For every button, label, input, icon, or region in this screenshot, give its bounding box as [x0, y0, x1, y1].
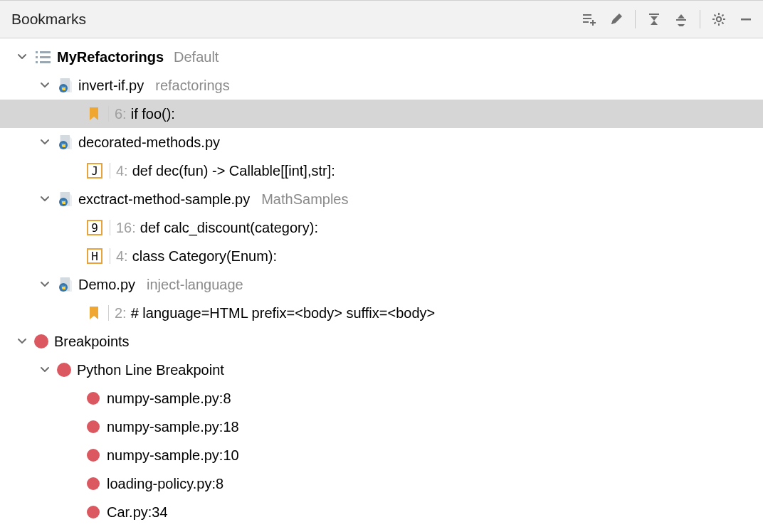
breakpoint-location: Car.py:34: [107, 504, 168, 521]
code-snippet: # language=HTML prefix=<body> suffix=<bo…: [131, 305, 436, 321]
svg-rect-12: [590, 22, 596, 23]
breakpoints-group[interactable]: Breakpoints: [0, 327, 763, 356]
breakpoint-icon: [87, 449, 100, 462]
python-file-icon: [57, 276, 74, 293]
breakpoint-type-group[interactable]: Python Line Breakpoint: [0, 356, 763, 384]
panel-title: Bookmarks: [11, 11, 86, 28]
python-file-icon: [57, 191, 74, 208]
separator: [110, 163, 110, 179]
toolbar: [577, 6, 759, 32]
group-note: Default: [174, 49, 219, 65]
bookmark-flag-icon: [87, 105, 101, 122]
expand-all-button[interactable]: [641, 6, 667, 32]
svg-line-20: [715, 15, 716, 16]
line-number: 2:: [115, 305, 127, 321]
minimize-button[interactable]: [733, 6, 759, 32]
breakpoint-icon: [87, 420, 100, 433]
separator: [110, 248, 110, 264]
svg-line-23: [722, 15, 723, 16]
svg-rect-8: [583, 14, 591, 16]
code-snippet: def calc_discount(category):: [140, 220, 318, 236]
breakpoint-location: numpy-sample.py:10: [107, 447, 239, 464]
breakpoint-item[interactable]: numpy-sample.py:8: [0, 384, 763, 413]
line-number: 16:: [116, 220, 136, 236]
line-number: 4:: [116, 163, 128, 179]
add-list-button[interactable]: [577, 6, 602, 32]
breakpoint-item[interactable]: loading-policy.py:8: [0, 469, 763, 498]
breakpoint-icon: [57, 363, 71, 377]
svg-line-21: [722, 22, 723, 23]
bookmark-item[interactable]: 6: if foo():: [0, 100, 763, 128]
line-number: 4:: [116, 248, 128, 265]
breakpoint-icon: [87, 506, 100, 518]
svg-rect-24: [741, 18, 751, 21]
titlebar: Bookmarks: [0, 0, 763, 38]
chevron-down-icon[interactable]: [37, 134, 53, 150]
file-name: invert-if.py: [78, 78, 144, 94]
mnemonic-icon: J: [87, 163, 102, 179]
breakpoint-location: numpy-sample.py:8: [107, 390, 231, 407]
breakpoint-item[interactable]: Car.py:34: [0, 498, 763, 526]
bookmark-flag-icon: [87, 304, 101, 321]
settings-button[interactable]: [706, 6, 732, 32]
chevron-down-icon[interactable]: [37, 191, 53, 207]
separator: [110, 220, 110, 235]
breakpoint-type-label: Python Line Breakpoint: [77, 362, 224, 378]
breakpoint-icon: [87, 477, 100, 490]
bookmark-file[interactable]: exctract-method-sample.py MathSamples: [0, 185, 763, 213]
python-file-icon: [57, 134, 74, 151]
breakpoint-item[interactable]: numpy-sample.py:10: [0, 441, 763, 469]
toolbar-separator: [700, 10, 700, 28]
svg-rect-9: [583, 18, 591, 19]
breakpoint-icon: [87, 392, 100, 405]
chevron-down-icon[interactable]: [37, 277, 53, 292]
chevron-down-icon[interactable]: [14, 334, 30, 349]
collapse-all-button[interactable]: [668, 6, 694, 32]
line-number: 6:: [115, 106, 127, 122]
svg-point-15: [717, 17, 721, 21]
file-name: exctract-method-sample.py: [78, 191, 250, 208]
breakpoint-location: numpy-sample.py:18: [107, 419, 239, 435]
svg-rect-14: [676, 19, 686, 21]
code-snippet: if foo():: [131, 106, 175, 122]
toolbar-separator: [635, 10, 636, 28]
file-name: decorated-methods.py: [78, 134, 220, 151]
bookmark-file[interactable]: invert-if.py refactorings: [0, 71, 763, 100]
breakpoint-location: loading-policy.py:8: [107, 476, 223, 492]
bookmark-item[interactable]: H 4: class Category(Enum):: [0, 242, 763, 270]
file-note: MathSamples: [261, 191, 348, 208]
bookmark-group-root[interactable]: MyRefactorings Default: [0, 43, 763, 71]
bookmark-item[interactable]: J 4: def dec(fun) -> Callable[[int],str]…: [0, 156, 763, 185]
chevron-down-icon[interactable]: [37, 78, 53, 93]
file-note: inject-language: [147, 277, 243, 293]
breakpoint-icon: [34, 334, 48, 349]
bookmark-item[interactable]: 2: # language=HTML prefix=<body> suffix=…: [0, 299, 763, 327]
mnemonic-icon: H: [87, 248, 102, 264]
bookmarks-tree: MyRefactorings Default invert-if.py refa…: [0, 38, 763, 526]
svg-rect-13: [649, 14, 659, 15]
edit-button[interactable]: [604, 6, 629, 32]
svg-rect-10: [583, 21, 589, 23]
separator: [108, 106, 109, 122]
python-file-icon: [57, 77, 74, 94]
breakpoints-label: Breakpoints: [54, 334, 130, 350]
mnemonic-icon: 9: [87, 220, 102, 235]
list-icon: [34, 48, 53, 65]
chevron-down-icon[interactable]: [37, 362, 53, 378]
file-note: refactorings: [155, 78, 230, 94]
separator: [108, 305, 109, 321]
bookmark-item[interactable]: 9 16: def calc_discount(category):: [0, 213, 763, 242]
bookmark-file[interactable]: decorated-methods.py: [0, 128, 763, 156]
breakpoint-item[interactable]: numpy-sample.py:18: [0, 413, 763, 441]
svg-line-22: [715, 22, 716, 23]
code-snippet: class Category(Enum):: [132, 248, 277, 265]
bookmark-file[interactable]: Demo.py inject-language: [0, 270, 763, 299]
chevron-down-icon[interactable]: [14, 49, 30, 65]
file-name: Demo.py: [78, 277, 135, 293]
code-snippet: def dec(fun) -> Callable[[int],str]:: [132, 163, 335, 179]
group-name: MyRefactorings: [57, 49, 164, 65]
